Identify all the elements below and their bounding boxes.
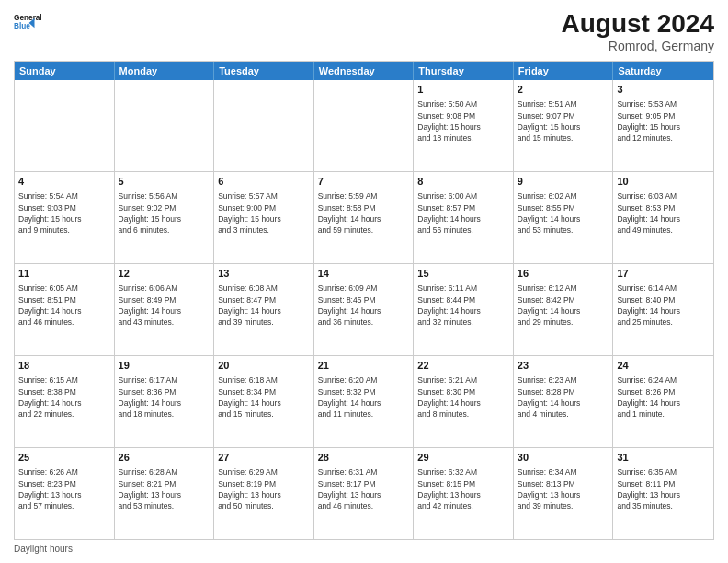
calendar-cell: 3Sunrise: 5:53 AM Sunset: 9:05 PM Daylig…: [613, 80, 713, 171]
day-number: 13: [218, 267, 310, 281]
page: GeneralBlue August 2024 Romrod, Germany …: [0, 0, 728, 563]
day-info: Sunrise: 5:51 AM Sunset: 9:07 PM Dayligh…: [518, 98, 609, 144]
day-info: Sunrise: 6:15 AM Sunset: 8:38 PM Dayligh…: [18, 374, 110, 419]
calendar-cell: 2Sunrise: 5:51 AM Sunset: 9:07 PM Daylig…: [514, 80, 614, 171]
day-info: Sunrise: 6:28 AM Sunset: 8:21 PM Dayligh…: [119, 466, 210, 511]
day-info: Sunrise: 6:31 AM Sunset: 8:17 PM Dayligh…: [318, 466, 410, 511]
day-info: Sunrise: 6:20 AM Sunset: 8:32 PM Dayligh…: [318, 374, 410, 419]
day-info: Sunrise: 5:59 AM Sunset: 8:58 PM Dayligh…: [318, 190, 410, 236]
day-info: Sunrise: 6:21 AM Sunset: 8:30 PM Dayligh…: [417, 374, 509, 419]
svg-text:General: General: [14, 14, 41, 22]
day-info: Sunrise: 6:00 AM Sunset: 8:57 PM Dayligh…: [417, 190, 509, 236]
calendar-cell: 30Sunrise: 6:34 AM Sunset: 8:13 PM Dayli…: [514, 448, 614, 539]
day-number: 5: [119, 175, 210, 189]
day-info: Sunrise: 6:34 AM Sunset: 8:13 PM Dayligh…: [518, 466, 609, 511]
calendar-cell: [314, 80, 415, 171]
svg-text:Blue: Blue: [14, 22, 30, 30]
day-number: 10: [617, 175, 710, 189]
calendar-cell: 24Sunrise: 6:24 AM Sunset: 8:26 PM Dayli…: [613, 356, 713, 447]
title-block: August 2024 Romrod, Germany: [562, 9, 715, 53]
day-header-saturday: Saturday: [613, 62, 713, 80]
calendar-week-2: 11Sunrise: 6:05 AM Sunset: 8:51 PM Dayli…: [15, 263, 713, 355]
day-number: 31: [617, 451, 710, 465]
calendar-header-row: SundayMondayTuesdayWednesdayThursdayFrid…: [15, 62, 713, 80]
day-number: 22: [417, 359, 509, 373]
day-number: 6: [218, 175, 310, 189]
location: Romrod, Germany: [562, 39, 715, 53]
day-info: Sunrise: 5:53 AM Sunset: 9:05 PM Dayligh…: [617, 98, 710, 144]
calendar-cell: 10Sunrise: 6:03 AM Sunset: 8:53 PM Dayli…: [613, 172, 713, 263]
day-info: Sunrise: 6:12 AM Sunset: 8:42 PM Dayligh…: [518, 282, 609, 327]
day-number: 30: [518, 451, 609, 465]
day-info: Sunrise: 6:26 AM Sunset: 8:23 PM Dayligh…: [18, 466, 110, 511]
day-info: Sunrise: 6:02 AM Sunset: 8:55 PM Dayligh…: [518, 190, 609, 236]
day-number: 9: [518, 175, 609, 189]
calendar-cell: 1Sunrise: 5:50 AM Sunset: 9:08 PM Daylig…: [414, 80, 514, 171]
day-number: 8: [417, 175, 509, 189]
day-number: 20: [218, 359, 310, 373]
day-info: Sunrise: 6:18 AM Sunset: 8:34 PM Dayligh…: [218, 374, 310, 419]
day-number: 1: [417, 83, 509, 97]
day-number: 4: [18, 175, 110, 189]
day-number: 11: [18, 267, 110, 281]
day-number: 19: [119, 359, 210, 373]
day-info: Sunrise: 6:24 AM Sunset: 8:26 PM Dayligh…: [617, 374, 710, 419]
calendar-cell: 6Sunrise: 5:57 AM Sunset: 9:00 PM Daylig…: [214, 172, 314, 263]
logo: GeneralBlue: [14, 9, 41, 37]
day-number: 3: [617, 83, 710, 97]
day-header-wednesday: Wednesday: [314, 62, 415, 80]
day-number: 7: [318, 175, 410, 189]
calendar-cell: [115, 80, 215, 171]
calendar-week-4: 25Sunrise: 6:26 AM Sunset: 8:23 PM Dayli…: [15, 447, 713, 539]
calendar-cell: 21Sunrise: 6:20 AM Sunset: 8:32 PM Dayli…: [314, 356, 415, 447]
day-number: 28: [318, 451, 410, 465]
day-number: 2: [518, 83, 609, 97]
day-number: 21: [318, 359, 410, 373]
calendar-cell: 31Sunrise: 6:35 AM Sunset: 8:11 PM Dayli…: [613, 448, 713, 539]
day-info: Sunrise: 6:03 AM Sunset: 8:53 PM Dayligh…: [617, 190, 710, 236]
day-number: 25: [18, 451, 110, 465]
calendar-cell: 12Sunrise: 6:06 AM Sunset: 8:49 PM Dayli…: [115, 264, 215, 355]
day-header-monday: Monday: [115, 62, 215, 80]
calendar-cell: 29Sunrise: 6:32 AM Sunset: 8:15 PM Dayli…: [414, 448, 514, 539]
day-info: Sunrise: 6:29 AM Sunset: 8:19 PM Dayligh…: [218, 466, 310, 511]
day-number: 15: [417, 267, 509, 281]
calendar-cell: 25Sunrise: 6:26 AM Sunset: 8:23 PM Dayli…: [15, 448, 115, 539]
day-info: Sunrise: 6:05 AM Sunset: 8:51 PM Dayligh…: [18, 282, 110, 327]
day-number: 27: [218, 451, 310, 465]
day-info: Sunrise: 6:09 AM Sunset: 8:45 PM Dayligh…: [318, 282, 410, 327]
day-header-thursday: Thursday: [414, 62, 514, 80]
calendar-cell: 26Sunrise: 6:28 AM Sunset: 8:21 PM Dayli…: [115, 448, 215, 539]
day-info: Sunrise: 6:35 AM Sunset: 8:11 PM Dayligh…: [617, 466, 710, 511]
day-info: Sunrise: 5:50 AM Sunset: 9:08 PM Dayligh…: [417, 98, 509, 144]
day-number: 29: [417, 451, 509, 465]
calendar-cell: 5Sunrise: 5:56 AM Sunset: 9:02 PM Daylig…: [115, 172, 215, 263]
day-header-sunday: Sunday: [15, 62, 115, 80]
day-info: Sunrise: 6:08 AM Sunset: 8:47 PM Dayligh…: [218, 282, 310, 327]
calendar-cell: 7Sunrise: 5:59 AM Sunset: 8:58 PM Daylig…: [314, 172, 415, 263]
calendar-cell: 18Sunrise: 6:15 AM Sunset: 8:38 PM Dayli…: [15, 356, 115, 447]
calendar-body: 1Sunrise: 5:50 AM Sunset: 9:08 PM Daylig…: [15, 80, 713, 539]
calendar-week-3: 18Sunrise: 6:15 AM Sunset: 8:38 PM Dayli…: [15, 355, 713, 447]
header: GeneralBlue August 2024 Romrod, Germany: [14, 9, 714, 53]
calendar-cell: 9Sunrise: 6:02 AM Sunset: 8:55 PM Daylig…: [514, 172, 614, 263]
calendar-week-0: 1Sunrise: 5:50 AM Sunset: 9:08 PM Daylig…: [15, 80, 713, 171]
day-info: Sunrise: 6:11 AM Sunset: 8:44 PM Dayligh…: [417, 282, 509, 327]
calendar-cell: 11Sunrise: 6:05 AM Sunset: 8:51 PM Dayli…: [15, 264, 115, 355]
calendar-cell: 4Sunrise: 5:54 AM Sunset: 9:03 PM Daylig…: [15, 172, 115, 263]
calendar-cell: 16Sunrise: 6:12 AM Sunset: 8:42 PM Dayli…: [514, 264, 614, 355]
calendar-cell: 19Sunrise: 6:17 AM Sunset: 8:36 PM Dayli…: [115, 356, 215, 447]
logo-icon: GeneralBlue: [14, 9, 41, 37]
day-info: Sunrise: 6:06 AM Sunset: 8:49 PM Dayligh…: [119, 282, 210, 327]
day-info: Sunrise: 6:17 AM Sunset: 8:36 PM Dayligh…: [119, 374, 210, 419]
day-number: 26: [119, 451, 210, 465]
day-info: Sunrise: 5:54 AM Sunset: 9:03 PM Dayligh…: [18, 190, 110, 236]
day-number: 24: [617, 359, 710, 373]
calendar-cell: 15Sunrise: 6:11 AM Sunset: 8:44 PM Dayli…: [414, 264, 514, 355]
calendar-cell: 17Sunrise: 6:14 AM Sunset: 8:40 PM Dayli…: [613, 264, 713, 355]
calendar-cell: 27Sunrise: 6:29 AM Sunset: 8:19 PM Dayli…: [214, 448, 314, 539]
calendar-cell: 13Sunrise: 6:08 AM Sunset: 8:47 PM Dayli…: [214, 264, 314, 355]
day-number: 12: [119, 267, 210, 281]
day-info: Sunrise: 5:57 AM Sunset: 9:00 PM Dayligh…: [218, 190, 310, 236]
calendar: SundayMondayTuesdayWednesdayThursdayFrid…: [14, 61, 714, 540]
